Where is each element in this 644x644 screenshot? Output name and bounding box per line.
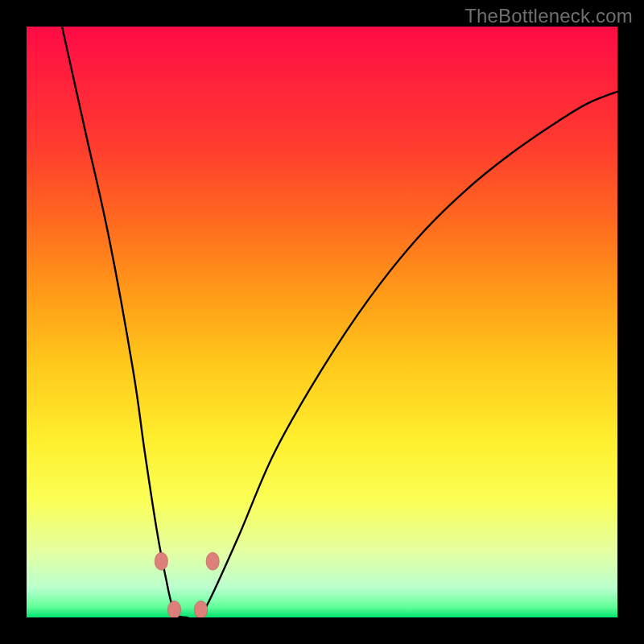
- bottleneck-curve: [62, 27, 617, 617]
- curve-marker-3: [195, 601, 208, 617]
- watermark-text: TheBottleneck.com: [464, 5, 633, 27]
- curve-marker-1: [206, 552, 219, 570]
- curve-marker-0: [155, 552, 167, 570]
- curve-marker-2: [168, 601, 181, 617]
- gradient-plot-area: [27, 27, 617, 617]
- bottleneck-curve-svg: [27, 27, 617, 617]
- curve-markers: [155, 552, 219, 617]
